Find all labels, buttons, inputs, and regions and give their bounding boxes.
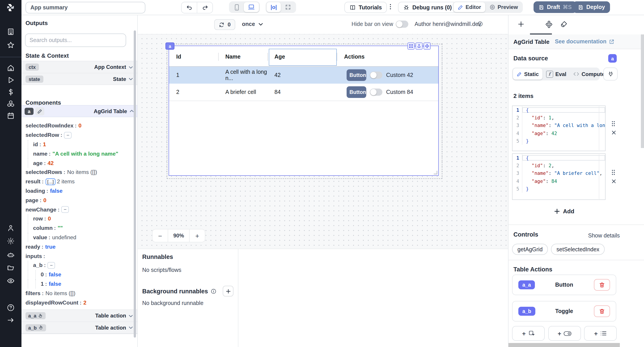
- code-line[interactable]: 3 "name": "A cell with a long: [512, 122, 605, 130]
- desktop-view-button[interactable]: [244, 2, 259, 12]
- table-action-output-row[interactable]: a_b Table action: [22, 322, 137, 334]
- row-action-button[interactable]: Button: [347, 69, 366, 81]
- control-pill-getAgGrid[interactable]: getAgGrid: [512, 244, 548, 255]
- aggrid-row[interactable]: 2 A briefer cell 84 Button Custom 84: [169, 84, 438, 101]
- output-tree-row[interactable]: loading:false: [22, 186, 134, 196]
- column-header-actions[interactable]: Actions: [337, 47, 438, 66]
- center-content-button[interactable]: |o|: [266, 2, 281, 12]
- mode-eval[interactable]: f Eval: [542, 68, 570, 80]
- rename-pencil-icon[interactable]: [35, 107, 44, 115]
- component-row-a[interactable]: a AgGrid Table: [22, 105, 137, 117]
- row-action-toggle[interactable]: [370, 88, 382, 96]
- fullwidth-button[interactable]: [281, 2, 295, 12]
- outputs-scrollbar[interactable]: [134, 30, 136, 338]
- component-tag[interactable]: a: [166, 42, 174, 50]
- resources-cubes-icon[interactable]: [7, 100, 15, 108]
- favorites-star-icon[interactable]: [7, 41, 15, 49]
- runs-play-icon[interactable]: [7, 76, 15, 84]
- output-tree-row[interactable]: selectedRows:No items ([]): [22, 168, 134, 177]
- app-summary-input[interactable]: [26, 2, 145, 14]
- cell-name[interactable]: A cell with a long n...: [218, 67, 268, 84]
- info-icon[interactable]: [211, 288, 216, 294]
- home-icon[interactable]: [7, 64, 15, 72]
- cell-age[interactable]: 84: [267, 84, 337, 100]
- aggrid-table-component[interactable]: IdNameAgeActions 1 A cell with a long n.…: [168, 46, 439, 176]
- mode-static[interactable]: Static: [513, 68, 542, 80]
- code-line[interactable]: 2 "id": 2,: [512, 162, 605, 170]
- aggrid-row[interactable]: 1 A cell with a long n... 42 Button Cust…: [169, 67, 438, 84]
- workspace-icon[interactable]: [7, 28, 15, 36]
- gear-icon[interactable]: [7, 237, 15, 245]
- output-tree-row[interactable]: selectedRowIndex:0: [22, 121, 134, 130]
- cell-id[interactable]: 2: [169, 84, 218, 100]
- output-tree-row[interactable]: a_b:−: [22, 261, 134, 270]
- show-details-link[interactable]: Show details: [588, 232, 620, 239]
- windmill-logo[interactable]: [5, 2, 16, 13]
- collapse-node-button[interactable]: −: [61, 206, 69, 213]
- refresh-button[interactable]: 0: [214, 19, 235, 30]
- user-icon[interactable]: [7, 224, 15, 232]
- code-line[interactable]: 4 "age": 42: [512, 129, 605, 137]
- code-line[interactable]: 3 "name": "A briefer cell",: [512, 170, 605, 177]
- drag-handle-icon[interactable]: [611, 121, 616, 126]
- output-tree-row[interactable]: column:"": [22, 224, 134, 233]
- control-pill-setSelectedIndex[interactable]: setSelectedIndex: [551, 244, 605, 255]
- mobile-view-button[interactable]: [230, 2, 244, 12]
- column-header-id[interactable]: Id: [169, 47, 218, 66]
- deploy-button[interactable]: Deploy: [573, 1, 610, 13]
- move-component-button[interactable]: [424, 42, 431, 50]
- collapse-node-button[interactable]: −: [64, 132, 72, 138]
- tab-preview[interactable]: Preview: [485, 2, 522, 12]
- add-toggle-action[interactable]: +: [548, 326, 581, 341]
- tab-component-settings-icon[interactable]: [545, 20, 553, 28]
- add-background-runnable-button[interactable]: [223, 286, 234, 296]
- schedules-calendar-icon[interactable]: [7, 112, 15, 120]
- output-tree-row[interactable]: newChange:−: [22, 205, 134, 214]
- code-line[interactable]: 5 }: [512, 185, 605, 193]
- debug-runs-button[interactable]: Debug runs (0): [398, 2, 456, 13]
- output-tree-row[interactable]: value:undefined: [22, 233, 134, 242]
- variables-dollar-icon[interactable]: [7, 88, 15, 96]
- output-tree-row[interactable]: id:1: [22, 140, 134, 149]
- output-tree-row[interactable]: page:0: [22, 196, 134, 205]
- remove-item-icon[interactable]: [611, 130, 616, 135]
- expand-component-button[interactable]: [408, 42, 414, 50]
- state-row[interactable]: state State: [22, 73, 137, 85]
- tutorials-button[interactable]: Tutorials: [344, 2, 387, 13]
- collapse-node-button[interactable]: −: [48, 262, 55, 269]
- output-tree-row[interactable]: 1:false: [22, 279, 134, 289]
- info-icon[interactable]: [477, 21, 483, 27]
- table-action-output-row[interactable]: a_a Table action: [22, 310, 137, 322]
- see-documentation-link[interactable]: See documentation: [555, 38, 614, 45]
- output-tree-row[interactable]: displayedRowCount:2: [22, 298, 134, 307]
- zoom-in-button[interactable]: +: [189, 229, 205, 242]
- remove-item-icon[interactable]: [611, 179, 616, 184]
- add-button-action[interactable]: +: [512, 326, 545, 341]
- tab-editor[interactable]: Editor: [454, 2, 485, 12]
- folder-icon[interactable]: [7, 264, 15, 272]
- code-line[interactable]: 1 {: [512, 106, 605, 114]
- output-tree-row[interactable]: inputs:: [22, 251, 134, 261]
- row-action-toggle[interactable]: [370, 72, 382, 79]
- frequency-dropdown[interactable]: once: [242, 19, 264, 29]
- output-tree-row[interactable]: ready:true: [22, 242, 134, 252]
- drag-handle-icon[interactable]: [611, 170, 616, 175]
- tab-insert-plus-icon[interactable]: [518, 20, 524, 28]
- output-tree-row[interactable]: row:0: [22, 214, 134, 224]
- expand-array-button[interactable]: [...]: [46, 178, 56, 185]
- draft-button[interactable]: Draft ⌘S: [534, 1, 576, 13]
- mode-compute[interactable]: Compute: [570, 68, 608, 80]
- robot-icon[interactable]: [7, 251, 15, 259]
- output-tree-row[interactable]: result:[...]2 items: [22, 177, 134, 186]
- redo-button[interactable]: [197, 2, 212, 13]
- horizontal-scrollbar[interactable]: [508, 343, 620, 347]
- output-tree-row[interactable]: age:42: [22, 158, 134, 168]
- code-line[interactable]: 5 }: [512, 137, 605, 145]
- cell-id[interactable]: 1: [169, 67, 218, 84]
- resize-handle[interactable]: [433, 170, 438, 174]
- add-item-button[interactable]: Add: [508, 208, 620, 215]
- undo-button[interactable]: [182, 2, 197, 13]
- cell-name[interactable]: A briefer cell: [218, 84, 268, 100]
- vertical-scrollbar[interactable]: [641, 34, 644, 148]
- help-icon[interactable]: [7, 304, 15, 312]
